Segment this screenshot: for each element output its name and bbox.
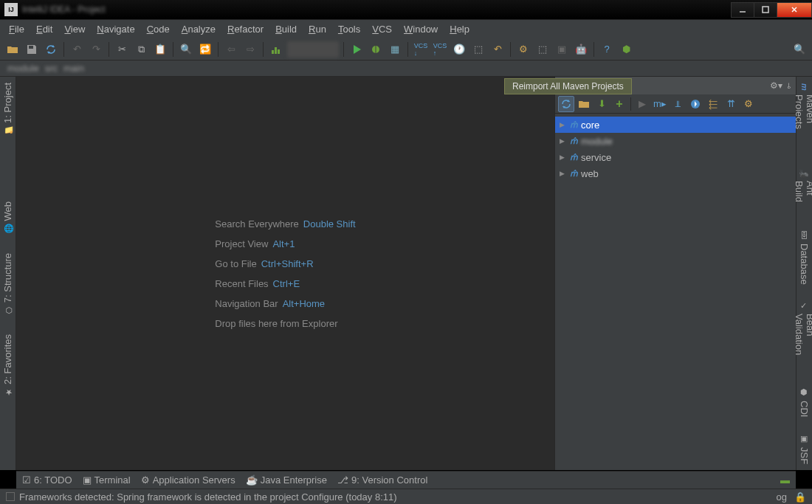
menu-code[interactable]: Code: [141, 22, 176, 36]
sync-icon[interactable]: [43, 41, 59, 58]
vcs-diff-icon[interactable]: ⬚: [470, 41, 486, 58]
menu-tools[interactable]: Tools: [332, 22, 366, 36]
hint-row: Project ViewAlt+1: [215, 238, 355, 249]
build-icon[interactable]: [268, 41, 284, 58]
left-tab-2[interactable]: ⬡7: Structure: [1, 247, 15, 322]
forward-icon[interactable]: ⇨: [242, 41, 258, 58]
run-icon[interactable]: [348, 41, 365, 58]
close-button[interactable]: [777, 2, 812, 18]
left-toolwindow-bar: 📁1: Project🌐Web⬡7: Structure★2: Favorite…: [0, 77, 16, 470]
cut-icon[interactable]: ✂: [114, 41, 130, 58]
project-structure-icon[interactable]: ⬚: [534, 41, 551, 58]
menu-navigate[interactable]: Navigate: [91, 22, 140, 36]
hint-row: Navigation BarAlt+Home: [215, 298, 355, 309]
coverage-icon[interactable]: ▦: [387, 41, 403, 58]
status-message: Frameworks detected: Spring framework is…: [19, 491, 397, 503]
bottom-tab-terminal[interactable]: ▣Terminal: [83, 474, 131, 486]
bottom-toolwindow-bar: ☑6: TODO▣Terminal⚙Application Servers☕Ja…: [16, 471, 796, 489]
bottom-tab-javaenterprise[interactable]: ☕Java Enterprise: [246, 474, 327, 486]
menu-refactor[interactable]: Refactor: [221, 22, 269, 36]
left-tab-1[interactable]: 🌐Web: [1, 196, 15, 241]
bottom-tab-applicationservers[interactable]: ⚙Application Servers: [141, 474, 235, 486]
minimize-button[interactable]: [731, 2, 754, 18]
back-icon[interactable]: ⇦: [223, 41, 239, 58]
menu-view[interactable]: View: [58, 22, 91, 36]
copy-icon[interactable]: ⧉: [133, 41, 149, 58]
right-tab-4[interactable]: ⬢CDI: [797, 382, 811, 423]
panel-options-icon[interactable]: ⚙▾: [770, 80, 782, 91]
status-right: og: [777, 491, 787, 503]
collapse-all-icon[interactable]: ⇈: [723, 96, 739, 112]
add-maven-icon[interactable]: +: [611, 96, 627, 112]
run-config[interactable]: [287, 41, 339, 58]
bottom-tab-todo[interactable]: ☑6: TODO: [22, 474, 72, 486]
tooltip: Reimport All Maven Projects: [504, 78, 632, 94]
generate-sources-icon[interactable]: [576, 96, 592, 112]
settings-icon[interactable]: ⚙: [515, 41, 531, 58]
plugin-icon[interactable]: ⬢: [618, 41, 634, 58]
menubar: FileEditViewNavigateCodeAnalyzeRefactorB…: [0, 20, 812, 38]
right-tab-5[interactable]: ▣JSF: [797, 428, 811, 470]
menu-help[interactable]: Help: [444, 22, 475, 36]
search-icon[interactable]: 🔍: [791, 41, 808, 58]
menu-run[interactable]: Run: [303, 22, 332, 36]
undo-icon[interactable]: ↶: [69, 41, 85, 58]
right-tab-2[interactable]: 🗄Database: [797, 224, 811, 291]
vcs-commit-icon[interactable]: VCS↑: [432, 41, 448, 58]
status-lock-icon[interactable]: 🔒: [794, 491, 806, 503]
maven-settings-icon[interactable]: ⚙: [740, 96, 757, 112]
menu-edit[interactable]: Edit: [30, 22, 58, 36]
redo-icon[interactable]: ↷: [88, 41, 104, 58]
paste-icon[interactable]: 📋: [152, 41, 168, 58]
android-icon[interactable]: 🤖: [573, 41, 589, 58]
replace-icon[interactable]: 🔁: [197, 41, 213, 58]
reimport-all-icon[interactable]: Reimport All Maven Projects: [558, 96, 574, 112]
execute-goal-icon[interactable]: m▸: [652, 96, 668, 112]
svg-rect-4: [29, 46, 33, 49]
main-toolbar: ↶ ↷ ✂ ⧉ 📋 🔍 🔁 ⇦ ⇨ ▦ VCS↓ VCS↑ 🕐 ⬚ ↶ ⚙ ⬚ …: [0, 38, 812, 61]
event-log-icon[interactable]: ▬: [780, 474, 790, 486]
titlebar: IJ IntelliJ IDEA - Project: [0, 0, 812, 20]
window-title: IntelliJ IDEA - Project: [22, 4, 732, 15]
show-dependencies-icon[interactable]: ⬱: [705, 96, 721, 112]
vcs-history-icon[interactable]: 🕐: [451, 41, 467, 58]
panel-hide-icon[interactable]: ⫰: [787, 80, 791, 91]
menu-file[interactable]: File: [3, 22, 30, 36]
left-tab-3[interactable]: ★2: Favorites: [1, 328, 15, 404]
menu-analyze[interactable]: Analyze: [176, 22, 221, 36]
open-icon[interactable]: [4, 41, 21, 58]
hint-row: Drop files here from Explorer: [215, 318, 355, 329]
hint-row: Go to FileCtrl+Shift+R: [215, 258, 355, 269]
menu-window[interactable]: Window: [398, 22, 444, 36]
app-logo-icon: IJ: [4, 3, 18, 16]
hint-row: Recent FilesCtrl+E: [215, 278, 355, 289]
vcs-update-icon[interactable]: VCS↓: [413, 41, 429, 58]
svg-rect-1: [763, 7, 768, 13]
run-maven-icon[interactable]: ▶: [634, 96, 650, 112]
welcome-hints: Search EverywhereDouble ShiftProject Vie…: [215, 210, 355, 338]
bottom-tab-versioncontrol[interactable]: ⎇9: Version Control: [337, 474, 427, 486]
sdk-icon[interactable]: ▣: [554, 41, 570, 58]
maven-node-core[interactable]: ▶m̂core: [555, 117, 796, 133]
maven-projects-panel: ⚙▾ ⫰ Reimport All Maven Projects ⬇ + ▶ m…: [554, 77, 796, 470]
maximize-button[interactable]: [754, 2, 777, 18]
find-icon[interactable]: 🔍: [178, 41, 194, 58]
menu-vcs[interactable]: VCS: [366, 22, 398, 36]
save-icon[interactable]: [24, 41, 40, 58]
maven-tree: ▶m̂core▶m̂module▶m̂service▶m̂web: [555, 114, 796, 184]
toggle-offline-icon[interactable]: ⫫: [670, 96, 686, 112]
toggle-skip-tests-icon[interactable]: [687, 96, 703, 112]
status-checkbox[interactable]: [6, 492, 15, 501]
help-icon[interactable]: ?: [599, 41, 615, 58]
status-bar: Frameworks detected: Spring framework is…: [0, 489, 812, 504]
debug-icon[interactable]: [368, 41, 384, 58]
maven-node-module[interactable]: ▶m̂module: [555, 133, 796, 149]
editor-area: Search EverywhereDouble ShiftProject Vie…: [16, 77, 554, 470]
maven-node-web[interactable]: ▶m̂web: [555, 165, 796, 182]
vcs-revert-icon[interactable]: ↶: [489, 41, 506, 58]
download-sources-icon[interactable]: ⬇: [593, 96, 610, 112]
menu-build[interactable]: Build: [269, 22, 303, 36]
left-tab-0[interactable]: 📁1: Project: [1, 77, 15, 142]
maven-node-service[interactable]: ▶m̂service: [555, 149, 796, 165]
maven-toolbar: Reimport All Maven Projects ⬇ + ▶ m▸ ⫫ ⬱…: [555, 94, 796, 114]
